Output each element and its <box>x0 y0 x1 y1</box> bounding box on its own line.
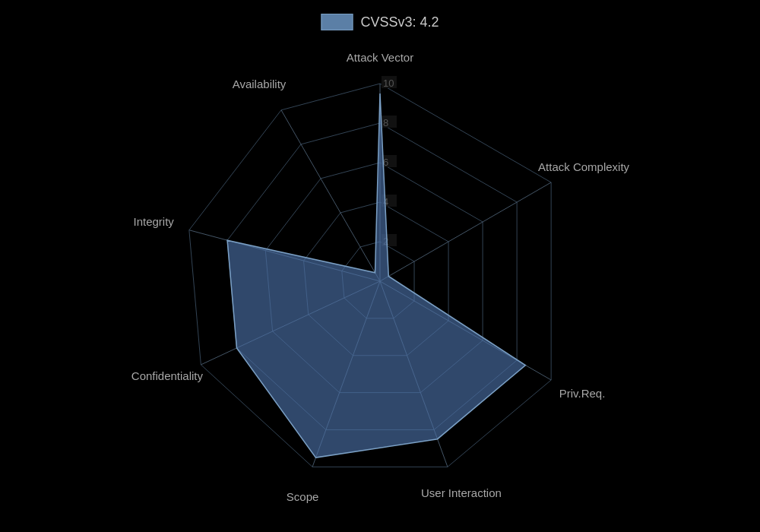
svg-text:Availability: Availability <box>233 78 287 90</box>
svg-text:Scope: Scope <box>287 490 319 503</box>
legend: CVSSv3: 4.2 <box>321 14 439 30</box>
svg-text:Confidentiality: Confidentiality <box>131 369 204 382</box>
svg-text:8: 8 <box>383 117 388 128</box>
svg-text:User Interaction: User Interaction <box>421 486 502 499</box>
svg-text:Attack Complexity: Attack Complexity <box>538 160 630 173</box>
svg-line-16 <box>380 182 551 281</box>
legend-color-box <box>321 14 353 30</box>
svg-text:Attack Vector: Attack Vector <box>347 51 413 64</box>
svg-text:10: 10 <box>383 78 394 89</box>
radar-chart: 246810Attack VectorAttack ComplexityPriv… <box>0 0 760 532</box>
svg-marker-23 <box>227 93 525 458</box>
svg-text:Integrity: Integrity <box>133 215 174 228</box>
chart-container: 246810Attack VectorAttack ComplexityPriv… <box>0 0 760 532</box>
svg-text:Priv.Req.: Priv.Req. <box>559 387 606 400</box>
legend-label: CVSSv3: 4.2 <box>360 14 439 30</box>
